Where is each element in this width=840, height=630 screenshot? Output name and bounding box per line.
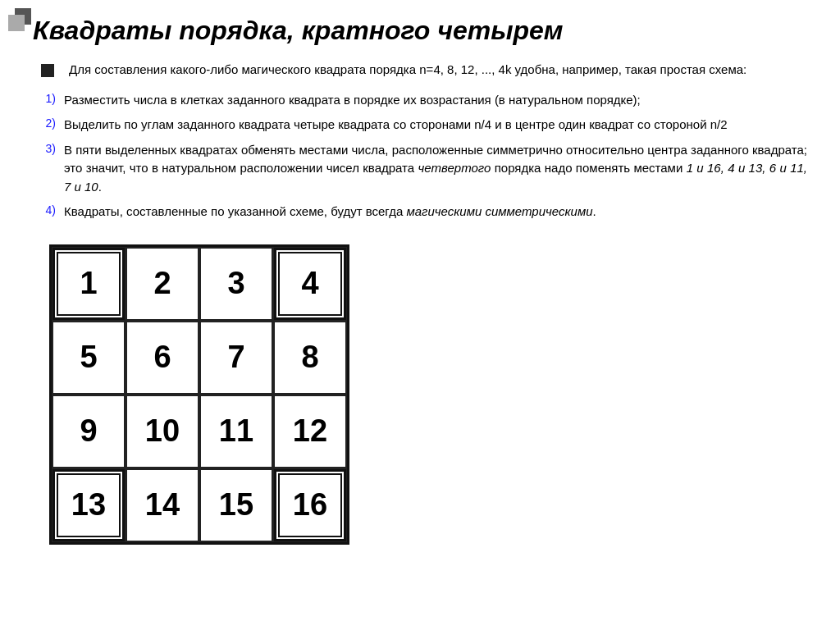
grid-cell-6: 6 bbox=[126, 321, 199, 395]
step-4-text: Квадраты, составленные по указанной схем… bbox=[64, 203, 596, 221]
grid-cell-4: 4 bbox=[273, 247, 347, 321]
step-1-text: Разместить числа в клетках заданного ква… bbox=[64, 91, 641, 110]
steps-list: 1) Разместить числа в клетках заданного … bbox=[33, 91, 807, 221]
grid-cell-1: 1 bbox=[52, 247, 126, 321]
title-bold-part: Квадраты bbox=[33, 16, 171, 45]
grid-cell-11: 11 bbox=[199, 395, 273, 468]
step-1: 1) Разместить числа в клетках заданного … bbox=[41, 91, 807, 110]
page: Квадраты порядка, кратного четырем Для с… bbox=[0, 0, 840, 561]
step-2-number: 2) bbox=[41, 116, 64, 130]
step-2: 2) Выделить по углам заданного квадрата … bbox=[41, 116, 807, 135]
step-2-text: Выделить по углам заданного квадрата чет… bbox=[64, 116, 728, 135]
page-title: Квадраты порядка, кратного четырем bbox=[33, 15, 807, 46]
grid-cell-15: 15 bbox=[199, 468, 273, 542]
grid-section: 12345678910111213141516 bbox=[33, 244, 807, 545]
grid-cell-14: 14 bbox=[126, 468, 199, 542]
step-3: 3) В пяти выделенных квадратах обменять … bbox=[41, 141, 807, 197]
step-1-number: 1) bbox=[41, 92, 64, 105]
intro-bullet: Для составления какого-либо магического … bbox=[33, 61, 807, 80]
grid-cell-3: 3 bbox=[199, 247, 273, 321]
grid-cell-8: 8 bbox=[273, 321, 347, 395]
grid-cell-10: 10 bbox=[126, 395, 199, 468]
intro-text: Для составления какого-либо магического … bbox=[69, 61, 746, 80]
grid-cell-2: 2 bbox=[126, 247, 199, 321]
bullet-icon bbox=[41, 64, 54, 77]
grid-cell-13: 13 bbox=[52, 468, 126, 542]
grid-cell-12: 12 bbox=[273, 395, 347, 468]
grid-cell-9: 9 bbox=[52, 395, 126, 468]
step-3-text: В пяти выделенных квадратах обменять мес… bbox=[64, 141, 807, 197]
header-decoration bbox=[8, 8, 31, 31]
step-3-number: 3) bbox=[41, 142, 64, 155]
step-4-number: 4) bbox=[41, 203, 64, 217]
grid-cell-16: 16 bbox=[273, 468, 347, 542]
grid-cell-5: 5 bbox=[52, 321, 126, 395]
magic-square-grid: 12345678910111213141516 bbox=[49, 244, 349, 545]
step-4: 4) Квадраты, составленные по указанной с… bbox=[41, 203, 807, 221]
title-rest-part: порядка, кратного четырем bbox=[171, 16, 563, 45]
grid-cell-7: 7 bbox=[199, 321, 273, 395]
